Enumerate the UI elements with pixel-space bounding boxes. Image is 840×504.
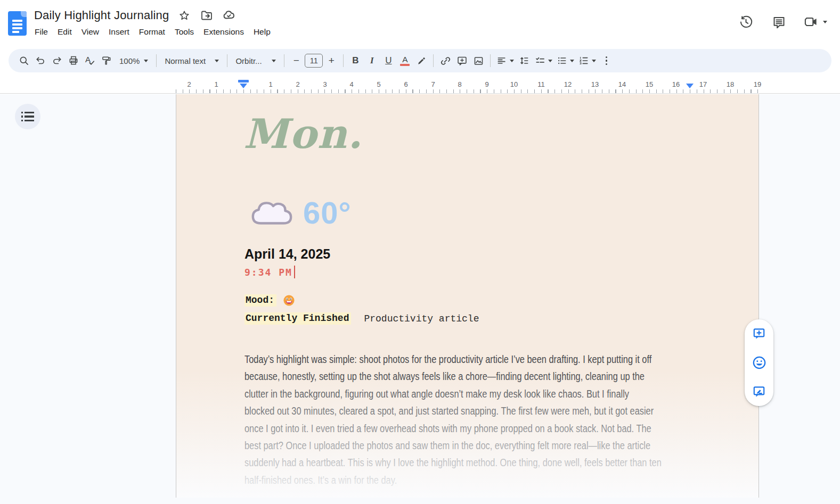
journal-date: April 14, 2025 (244, 246, 330, 262)
paragraph-line: blocked out 30 minutes, cleared a spot, … (244, 402, 629, 419)
spell-check-icon[interactable]: A (82, 53, 98, 69)
emoji-reaction-icon[interactable] (752, 356, 766, 370)
currently-finished-row: Currently Finished Productivity article (244, 312, 479, 325)
docs-logo-fold (21, 11, 27, 17)
document-title[interactable]: Daily Highlight Journaling (34, 9, 169, 22)
bold-button[interactable]: B (347, 53, 363, 69)
horizontal-ruler[interactable]: 2 1 1 2 3 4 5 6 7 8 9 10 11 12 13 14 15 … (0, 79, 840, 94)
menu-insert[interactable]: Insert (104, 26, 134, 38)
show-document-outline-button[interactable] (15, 104, 40, 129)
insert-image-icon[interactable] (470, 53, 486, 69)
text-color-button[interactable]: A (397, 53, 413, 69)
journal-day-heading: Mon. (243, 110, 363, 158)
font-value: Orbitr... (235, 56, 262, 65)
italic-button[interactable]: I (364, 53, 380, 69)
journal-paragraph: Today’s highlight was simple: shoot phot… (244, 351, 703, 489)
search-menus-icon[interactable] (16, 53, 32, 69)
meet-dropdown-caret[interactable] (823, 21, 827, 23)
menu-file[interactable]: File (30, 26, 53, 38)
app-bar: Daily Highlight Journaling File (0, 0, 840, 79)
more-options-icon[interactable] (598, 53, 614, 69)
floating-action-pill (745, 319, 773, 406)
underline-button[interactable]: U (380, 53, 396, 69)
currently-finished-label: Currently Finished (244, 312, 351, 325)
document-canvas: Mon. 60° April 14, 2025 9:34 PM Mood: (0, 94, 840, 504)
font-size-input[interactable]: 11 (305, 54, 323, 68)
first-line-indent-marker[interactable] (238, 80, 249, 82)
ruler-tick-marks (176, 89, 759, 93)
add-comment-floating-icon[interactable] (752, 326, 766, 341)
paragraph-line: half-finished ones. It’s a win for the d… (244, 472, 629, 489)
paragraph-line: best part? Once I uploaded the photos an… (244, 437, 629, 454)
google-docs-window: Daily Highlight Journaling File (0, 0, 840, 504)
font-select[interactable]: Orbitr... (231, 53, 280, 69)
right-indent-marker[interactable] (686, 84, 694, 88)
document-page[interactable]: Mon. 60° April 14, 2025 9:34 PM Mood: (176, 94, 759, 498)
journal-time: 9:34 PM (244, 266, 295, 278)
decrease-font-size-button[interactable]: − (288, 53, 304, 69)
paragraph-style-select[interactable]: Normal text (160, 53, 223, 69)
suggest-edits-icon[interactable] (752, 384, 766, 399)
paragraph-line: clutter in the background, figuring out … (244, 385, 629, 402)
docs-logo-icon[interactable] (8, 11, 27, 36)
undo-icon[interactable] (32, 53, 48, 69)
zoom-select[interactable]: 100% (115, 53, 152, 69)
numbered-list-icon[interactable] (576, 53, 598, 69)
increase-font-size-button[interactable]: + (323, 53, 339, 69)
highlight-color-icon[interactable] (413, 53, 429, 69)
left-indent-marker[interactable] (240, 84, 247, 88)
paragraph-line: because, honestly, setting up the shot a… (244, 368, 629, 385)
menu-edit[interactable]: Edit (53, 26, 77, 38)
comments-icon[interactable] (770, 13, 788, 31)
menu-view[interactable]: View (77, 26, 104, 38)
mood-label: Mood: (244, 294, 276, 307)
mood-row: Mood: (244, 294, 295, 307)
insert-link-icon[interactable] (437, 53, 453, 69)
grinning-face-emoji (283, 294, 295, 307)
outline-list-icon (21, 112, 35, 122)
currently-finished-value: Productivity article (364, 313, 479, 324)
version-history-icon[interactable] (737, 13, 755, 31)
text-cursor (294, 266, 295, 278)
bulleted-list-icon[interactable] (554, 53, 576, 69)
paragraph-line: suddenly had a heartbeat. This is why I … (244, 454, 629, 471)
cloud-icon (249, 196, 295, 228)
redo-icon[interactable] (49, 53, 65, 69)
paragraph-style-value: Normal text (165, 56, 206, 65)
menu-bar: File Edit View Insert Format Tools Exten… (30, 26, 275, 38)
menu-help[interactable]: Help (249, 26, 275, 38)
zoom-value: 100% (119, 56, 140, 65)
checklist-icon[interactable] (533, 53, 554, 69)
add-comment-icon[interactable] (454, 53, 470, 69)
menu-tools[interactable]: Tools (170, 26, 199, 38)
move-to-folder-icon[interactable] (200, 9, 214, 22)
paragraph-line: Today’s highlight was simple: shoot phot… (244, 351, 629, 368)
star-icon[interactable] (177, 9, 191, 22)
paragraph-line: once I got into it. I even tried a few o… (244, 420, 629, 437)
cloud-saved-icon[interactable] (222, 9, 236, 22)
align-icon[interactable] (494, 53, 516, 69)
meet-video-call-icon[interactable] (803, 13, 828, 31)
weather-row: 60° (249, 196, 352, 228)
paint-format-icon[interactable] (99, 53, 115, 69)
menu-format[interactable]: Format (134, 26, 170, 38)
menu-extensions[interactable]: Extensions (199, 26, 249, 38)
line-spacing-icon[interactable] (516, 53, 532, 69)
print-icon[interactable] (66, 53, 81, 69)
toolbar: A 100% Normal text (9, 49, 831, 72)
temperature-value: 60° (303, 197, 352, 228)
